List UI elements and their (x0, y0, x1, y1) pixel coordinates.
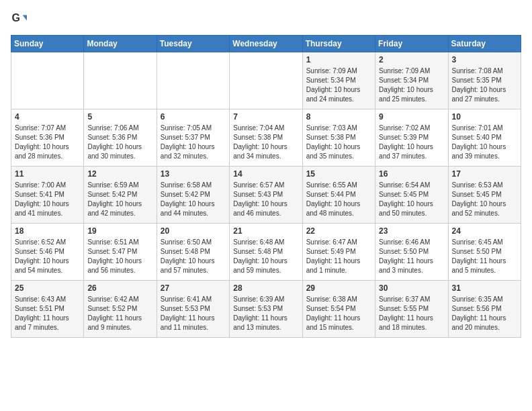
calendar-cell: 16Sunrise: 6:54 AMSunset: 5:45 PMDayligh… (375, 167, 448, 224)
calendar-cell: 3Sunrise: 7:08 AMSunset: 5:35 PMDaylight… (448, 52, 521, 109)
calendar-cell: 26Sunrise: 6:42 AMSunset: 5:52 PMDayligh… (84, 281, 157, 338)
day-number: 3 (452, 55, 517, 64)
cell-text: Sunrise: 6:38 AM (306, 295, 371, 304)
cell-text: Sunset: 5:42 PM (87, 190, 152, 199)
day-number: 6 (161, 112, 226, 122)
calendar-week-3: 11Sunrise: 7:00 AMSunset: 5:41 PMDayligh… (11, 167, 521, 224)
weekday-header-saturday: Saturday (448, 36, 521, 52)
day-number: 4 (15, 112, 80, 122)
cell-text: Daylight: 11 hours (15, 314, 80, 323)
weekday-header-thursday: Thursday (302, 36, 375, 52)
cell-text: Daylight: 10 hours (161, 257, 226, 266)
calendar-cell: 10Sunrise: 7:01 AMSunset: 5:40 PMDayligh… (448, 109, 521, 167)
weekday-header-friday: Friday (375, 36, 448, 52)
cell-text: Daylight: 10 hours (306, 142, 371, 152)
day-number: 20 (161, 226, 226, 236)
cell-text: and 7 minutes. (15, 323, 80, 332)
cell-text: and 39 minutes. (452, 152, 517, 161)
calendar-cell (230, 52, 302, 109)
cell-text: and 34 minutes. (233, 152, 298, 161)
cell-text: and 30 minutes. (87, 152, 152, 161)
cell-text: Sunset: 5:54 PM (306, 304, 371, 314)
cell-text: Sunset: 5:36 PM (87, 133, 152, 142)
calendar-table: SundayMondayTuesdayWednesdayThursdayFrid… (11, 35, 521, 338)
logo: G (11, 11, 30, 27)
calendar-cell (11, 52, 84, 109)
cell-text: and 54 minutes. (15, 266, 80, 275)
cell-text: Daylight: 11 hours (233, 314, 298, 323)
day-number: 26 (87, 283, 152, 293)
calendar-week-5: 25Sunrise: 6:43 AMSunset: 5:51 PMDayligh… (11, 281, 521, 338)
cell-text: Sunrise: 7:03 AM (306, 124, 371, 133)
svg-text:G: G (12, 12, 20, 24)
day-number: 19 (87, 226, 152, 236)
cell-text: Daylight: 11 hours (306, 314, 371, 323)
cell-text: Sunrise: 7:00 AM (15, 181, 80, 190)
calendar-cell: 1Sunrise: 7:09 AMSunset: 5:34 PMDaylight… (302, 52, 375, 109)
cell-text: and 5 minutes. (452, 266, 517, 275)
cell-text: Daylight: 11 hours (452, 314, 517, 323)
cell-text: and 41 minutes. (15, 209, 80, 218)
calendar-cell: 18Sunrise: 6:52 AMSunset: 5:46 PMDayligh… (11, 224, 84, 281)
cell-text: Sunset: 5:37 PM (161, 133, 226, 142)
day-number: 24 (452, 226, 517, 236)
cell-text: Sunset: 5:56 PM (452, 304, 517, 314)
calendar-week-2: 4Sunrise: 7:07 AMSunset: 5:36 PMDaylight… (11, 109, 521, 167)
cell-text: Sunset: 5:42 PM (161, 190, 226, 199)
cell-text: Sunset: 5:40 PM (452, 133, 517, 142)
cell-text: Daylight: 11 hours (306, 257, 371, 266)
day-number: 22 (306, 226, 371, 236)
cell-text: Sunset: 5:47 PM (87, 247, 152, 257)
cell-text: Sunrise: 7:08 AM (452, 66, 517, 76)
cell-text: and 3 minutes. (379, 266, 444, 275)
cell-text: and 59 minutes. (233, 266, 298, 275)
cell-text: Sunset: 5:34 PM (379, 76, 444, 85)
day-number: 10 (452, 112, 517, 122)
cell-text: Sunrise: 6:53 AM (452, 181, 517, 190)
day-number: 12 (87, 169, 152, 179)
cell-text: Sunset: 5:50 PM (379, 247, 444, 257)
day-number: 5 (87, 112, 152, 122)
cell-text: Sunset: 5:34 PM (306, 76, 371, 85)
calendar-cell: 8Sunrise: 7:03 AMSunset: 5:38 PMDaylight… (302, 109, 375, 167)
cell-text: Sunrise: 6:42 AM (87, 295, 152, 304)
cell-text: and 25 minutes. (379, 95, 444, 104)
day-number: 27 (161, 283, 226, 293)
cell-text: Sunset: 5:48 PM (233, 247, 298, 257)
calendar-cell: 14Sunrise: 6:57 AMSunset: 5:43 PMDayligh… (230, 167, 302, 224)
cell-text: Daylight: 11 hours (452, 257, 517, 266)
cell-text: Daylight: 10 hours (87, 199, 152, 209)
cell-text: Sunset: 5:35 PM (452, 76, 517, 85)
cell-text: Sunrise: 7:07 AM (15, 124, 80, 133)
calendar-week-1: 1Sunrise: 7:09 AMSunset: 5:34 PMDaylight… (11, 52, 521, 109)
cell-text: and 48 minutes. (306, 209, 371, 218)
cell-text: Sunset: 5:36 PM (15, 133, 80, 142)
calendar-cell: 11Sunrise: 7:00 AMSunset: 5:41 PMDayligh… (11, 167, 84, 224)
cell-text: Sunrise: 6:35 AM (452, 295, 517, 304)
cell-text: Sunset: 5:52 PM (87, 304, 152, 314)
cell-text: and 52 minutes. (452, 209, 517, 218)
weekday-header-tuesday: Tuesday (157, 36, 229, 52)
cell-text: and 56 minutes. (87, 266, 152, 275)
calendar-week-4: 18Sunrise: 6:52 AMSunset: 5:46 PMDayligh… (11, 224, 521, 281)
cell-text: and 15 minutes. (306, 323, 371, 332)
cell-text: Daylight: 10 hours (306, 199, 371, 209)
calendar-header-row: SundayMondayTuesdayWednesdayThursdayFrid… (11, 36, 521, 52)
cell-text: and 50 minutes. (379, 209, 444, 218)
day-number: 31 (452, 283, 517, 293)
cell-text: Daylight: 10 hours (233, 199, 298, 209)
calendar-cell: 22Sunrise: 6:47 AMSunset: 5:49 PMDayligh… (302, 224, 375, 281)
cell-text: Sunrise: 7:02 AM (379, 124, 444, 133)
calendar-cell: 15Sunrise: 6:55 AMSunset: 5:44 PMDayligh… (302, 167, 375, 224)
weekday-header-monday: Monday (84, 36, 157, 52)
cell-text: Sunset: 5:38 PM (306, 133, 371, 142)
cell-text: Sunrise: 7:09 AM (379, 66, 444, 76)
cell-text: Daylight: 10 hours (233, 142, 298, 152)
cell-text: Sunset: 5:45 PM (379, 190, 444, 199)
cell-text: Sunrise: 6:45 AM (452, 238, 517, 247)
cell-text: Daylight: 10 hours (452, 199, 517, 209)
cell-text: Sunset: 5:51 PM (15, 304, 80, 314)
cell-text: Sunset: 5:53 PM (233, 304, 298, 314)
cell-text: Daylight: 10 hours (306, 85, 371, 95)
day-number: 17 (452, 169, 517, 179)
